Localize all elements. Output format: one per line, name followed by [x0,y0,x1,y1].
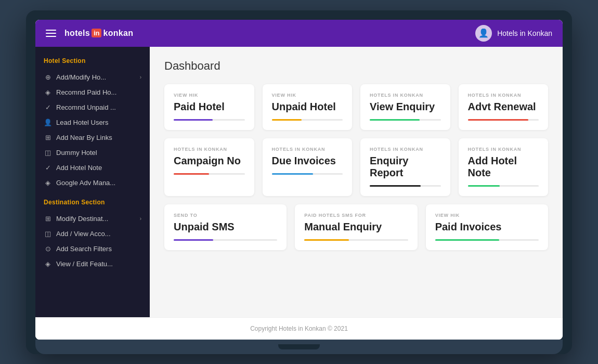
destination-section-title: Destination Section [35,199,150,211]
card-title: Paid Hotel [174,101,245,113]
card-bar-track [174,239,277,241]
top-nav: hotels in konkan 👤 Hotels in Konkan [35,20,563,47]
sidebar-icon: ◈ [44,179,52,187]
card-bar-fill [468,119,528,121]
sidebar-item[interactable]: ⊞ Add Near By Links [35,130,150,145]
logo-in: in [92,29,102,37]
dashboard-grid-row1: VIEW HIK Paid Hotel VIEW HIK Unpaid Hote… [164,84,548,130]
hamburger-button[interactable] [46,30,56,37]
divider [35,190,150,199]
hotel-menu: ⊕ Add/Modify Ho... › ◈ Recomnd Paid Ho..… [35,70,150,190]
card-title: Paid Invoices [435,221,539,233]
card-tag: HOTELS IN KONKAN [174,147,245,152]
card-bar-fill [174,239,213,241]
arrow-icon: › [140,216,141,222]
card-title: Due Invoices [272,155,343,167]
footer-text: Copyright Hotels in Konkan © 2021 [250,325,348,332]
dashboard-card[interactable]: HOTELS IN KONKAN Due Invoices [263,138,353,196]
sidebar-item-label: Add Near By Links [56,134,141,141]
main-content: Dashboard VIEW HIK Paid Hotel VIEW HIK U… [150,47,563,317]
card-tag: VIEW HIK [435,213,539,218]
card-bar-track [370,185,441,187]
card-title: Unpaid SMS [174,221,277,233]
nav-left: hotels in konkan [46,29,133,38]
sidebar-icon: ◫ [44,149,52,157]
destination-menu: ⊞ Modify Destinat... › ◫ Add / View Acco… [35,211,150,271]
card-bar-track [174,119,245,121]
sidebar-item[interactable]: ✓ Recomnd Unpaid ... [35,100,150,115]
sidebar-item-label: Dummy Hotel [56,149,141,157]
dashboard-grid-row3: SEND TO Unpaid SMS PAID HOTELS SMS FOR M… [164,204,548,250]
sidebar-icon: ⊕ [44,73,52,81]
sidebar-icon: 👤 [44,119,52,126]
sidebar-item[interactable]: ⊞ Modify Destinat... › [35,211,150,226]
sidebar-item[interactable]: ◈ Google Adv Mana... [35,175,150,190]
dashboard-card[interactable]: HOTELS IN KONKAN Enquiry Report [360,138,450,196]
sidebar-icon: ✓ [44,164,52,172]
laptop-screen: hotels in konkan 👤 Hotels in Konkan Hote… [35,20,563,340]
card-title: Add Hotel Note [468,155,539,179]
card-bar-fill [370,185,421,187]
card-tag: VIEW HIK [174,93,245,98]
sidebar-icon: ◈ [44,260,52,268]
sidebar-icon: ⊞ [44,215,52,223]
sidebar-icon: ⊙ [44,245,52,253]
card-tag: HOTELS IN KONKAN [370,147,441,152]
card-bar-fill [174,173,209,175]
dashboard-card[interactable]: VIEW HIK Paid Invoices [426,204,548,250]
dashboard-card[interactable]: SEND TO Unpaid SMS [164,204,287,250]
dashboard-card[interactable]: HOTELS IN KONKAN Campaign No [164,138,254,196]
card-tag: HOTELS IN KONKAN [468,147,539,152]
card-title: Campaign No [174,155,245,167]
dashboard-card[interactable]: HOTELS IN KONKAN Add Hotel Note [459,138,549,196]
sidebar-item-label: Lead Hotel Users [56,119,141,126]
footer: Copyright Hotels in Konkan © 2021 [35,317,563,340]
sidebar-item-label: Recomnd Unpaid ... [56,103,141,111]
sidebar-item[interactable]: ◈ Recomnd Paid Ho... [35,85,150,100]
sidebar-item-label: Google Adv Mana... [56,179,141,187]
card-tag: HOTELS IN KONKAN [272,147,343,152]
page-title: Dashboard [164,59,548,73]
dashboard-card[interactable]: VIEW HIK Paid Hotel [164,84,254,130]
sidebar-item-label: View / Edit Featu... [56,260,141,268]
card-bar-track [272,173,343,175]
sidebar-icon: ✓ [44,103,52,111]
sidebar-item-label: Recomnd Paid Ho... [56,88,141,96]
dashboard-card[interactable]: HOTELS IN KONKAN Advt Renewal [459,84,549,130]
card-bar-track [304,239,408,241]
sidebar-item[interactable]: ◫ Dummy Hotel [35,145,150,160]
sidebar-item[interactable]: ◫ Add / View Acco... [35,226,150,241]
card-tag: PAID HOTELS SMS FOR [304,213,408,218]
sidebar-item-label: Add Search Filters [56,245,141,253]
sidebar-icon: ◈ [44,88,52,96]
dashboard-card[interactable]: PAID HOTELS SMS FOR Manual Enquiry [295,204,417,250]
card-tag: VIEW HIK [272,93,343,98]
main-layout: Hotel Section ⊕ Add/Modify Ho... › ◈ Rec… [35,47,563,317]
sidebar-item[interactable]: ◈ View / Edit Featu... [35,256,150,271]
laptop-base [35,340,563,354]
card-tag: HOTELS IN KONKAN [370,93,441,98]
sidebar-item-label: Add / View Acco... [56,230,141,238]
card-bar-fill [370,119,420,121]
card-title: Unpaid Hotel [272,101,343,113]
sidebar-item[interactable]: 👤 Lead Hotel Users [35,115,150,130]
card-bar-track [174,173,245,175]
sidebar-item[interactable]: ⊙ Add Search Filters [35,241,150,256]
logo: hotels in konkan [64,29,133,38]
card-bar-fill [272,119,302,121]
dashboard-card[interactable]: HOTELS IN KONKAN View Enquiry [360,84,450,130]
sidebar-icon: ◫ [44,230,52,238]
nav-right: 👤 Hotels in Konkan [475,25,552,42]
sidebar-item-label: Add/Modify Ho... [56,73,136,81]
sidebar-item-label: Modify Destinat... [56,215,136,223]
card-bar-fill [174,119,213,121]
card-bar-track [468,185,539,187]
dashboard-card[interactable]: VIEW HIK Unpaid Hotel [263,84,353,130]
card-title: Enquiry Report [370,155,441,179]
sidebar-item-label: Add Hotel Note [56,164,141,172]
sidebar-item[interactable]: ✓ Add Hotel Note [35,160,150,175]
card-bar-fill [435,239,500,241]
card-title: View Enquiry [370,101,441,113]
hotel-section-title: Hotel Section [35,57,150,70]
sidebar-item[interactable]: ⊕ Add/Modify Ho... › [35,70,150,85]
